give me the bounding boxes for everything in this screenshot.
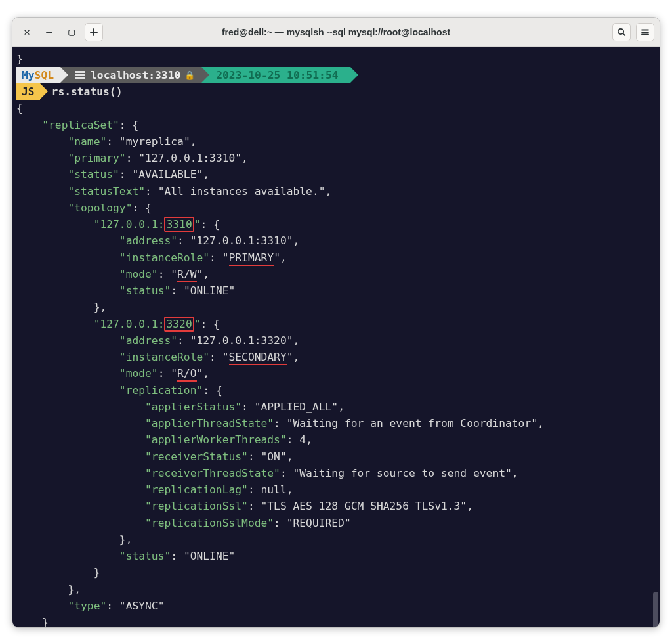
json-key: "status" bbox=[119, 284, 171, 297]
json-value: "REQUIRED" bbox=[287, 517, 351, 529]
output-line: "address": "127.0.0.1:3310", bbox=[16, 232, 656, 249]
prompt-lang: JS bbox=[22, 83, 35, 100]
output-line: "replication": { bbox=[16, 382, 656, 399]
json-value: 4 bbox=[299, 433, 306, 446]
json-key: "applierStatus" bbox=[145, 401, 242, 413]
json-value: "127.0.0.1:3310" bbox=[190, 234, 293, 247]
output-line: "mode": "R/O", bbox=[16, 365, 656, 382]
plus-icon bbox=[89, 28, 98, 37]
json-key: "statusText" bbox=[68, 185, 145, 198]
json-key-part: " bbox=[194, 218, 201, 231]
json-key: "primary" bbox=[68, 152, 125, 164]
prompt-host: localhost:3310 bbox=[91, 67, 180, 83]
json-key: "name" bbox=[68, 135, 106, 148]
json-key: "type" bbox=[68, 600, 106, 612]
highlight-role-secondary: SECONDARY bbox=[229, 351, 287, 365]
json-output: { "replicaSet": { "name": "myreplica", "… bbox=[16, 100, 656, 627]
highlight-port-3320: 3320 bbox=[164, 317, 194, 332]
output-line: } bbox=[16, 614, 656, 627]
lock-icon: 🔒 bbox=[180, 69, 195, 82]
output-line: "instanceRole": "SECONDARY", bbox=[16, 349, 656, 365]
output-line: "127.0.0.1:3320": { bbox=[16, 316, 656, 332]
scrollbar-thumb[interactable] bbox=[653, 592, 658, 627]
json-value: "127.0.0.1:3310" bbox=[138, 152, 242, 164]
json-key: "replicationLag" bbox=[145, 483, 248, 496]
terminal-window: ✕ – ▢ fred@dell:~ — mysqlsh --sql mysql:… bbox=[12, 17, 660, 628]
output-line: "status": "AVAILABLE", bbox=[16, 166, 656, 183]
prompt-sql: SQL bbox=[35, 67, 54, 83]
prompt-line-2: JS rs.status() bbox=[16, 83, 656, 100]
titlebar: ✕ – ▢ fred@dell:~ — mysqlsh --sql mysql:… bbox=[12, 18, 660, 47]
json-value: "Waiting for an event from Coordinator" bbox=[287, 417, 537, 430]
output-line: "replicationSslMode": "REQUIRED" bbox=[16, 515, 656, 531]
output-line: } bbox=[16, 564, 656, 581]
json-value: "Waiting for source to send event" bbox=[293, 467, 512, 479]
output-line: "status": "ONLINE" bbox=[16, 282, 656, 299]
window-title: fred@dell:~ — mysqlsh --sql mysql://root… bbox=[12, 27, 660, 37]
highlight-role-primary: PRIMARY bbox=[229, 252, 274, 266]
json-key: "mode" bbox=[119, 268, 158, 280]
minimize-button[interactable]: – bbox=[40, 23, 58, 41]
json-value: "127.0.0.1:3320" bbox=[190, 334, 293, 347]
json-value: "ASYNC" bbox=[119, 600, 165, 612]
json-key: "instanceRole" bbox=[119, 252, 209, 264]
new-tab-button[interactable] bbox=[85, 23, 103, 41]
output-line: "applierThreadState": "Waiting for an ev… bbox=[16, 415, 656, 431]
output-line: "instanceRole": "PRIMARY", bbox=[16, 250, 656, 266]
json-key: "status" bbox=[119, 550, 171, 562]
highlight-mode-ro: R/O bbox=[177, 367, 196, 382]
menu-button[interactable] bbox=[636, 23, 654, 41]
json-key: "replicationSslMode" bbox=[145, 517, 274, 529]
prompt-timestamp: 2023-10-25 10:51:54 bbox=[216, 67, 338, 83]
output-line: "127.0.0.1:3310": { bbox=[16, 216, 656, 232]
output-line: "type": "ASYNC" bbox=[16, 598, 656, 614]
json-key: "receiverStatus" bbox=[145, 451, 248, 463]
output-line: "name": "myreplica", bbox=[16, 133, 656, 150]
output-line: "applierWorkerThreads": 4, bbox=[16, 431, 656, 448]
terminal-body[interactable]: } MySQL localhost:3310🔒 2023-10-25 10:51… bbox=[12, 47, 660, 627]
json-value: null bbox=[261, 483, 287, 496]
json-key: "topology" bbox=[68, 202, 132, 214]
json-key-part: " bbox=[194, 318, 201, 330]
output-line: "replicationSsl": "TLS_AES_128_GCM_SHA25… bbox=[16, 498, 656, 514]
command-input[interactable]: rs.status() bbox=[40, 83, 123, 100]
json-key: "applierWorkerThreads" bbox=[145, 433, 287, 446]
prompt-seg-timestamp: 2023-10-25 10:51:54 bbox=[201, 67, 350, 83]
highlight-mode-rw: R/W bbox=[177, 268, 196, 282]
prompt-line-1: MySQL localhost:3310🔒 2023-10-25 10:51:5… bbox=[16, 67, 656, 83]
prompt-my: My bbox=[22, 67, 35, 83]
prompt-seg-host: localhost:3310🔒 bbox=[60, 67, 201, 83]
search-button[interactable] bbox=[612, 23, 631, 41]
json-key: "replication" bbox=[119, 384, 203, 397]
prompt-seg-mysql: MySQL bbox=[16, 67, 60, 83]
output-line: "applierStatus": "APPLIED_ALL", bbox=[16, 399, 656, 415]
maximize-button[interactable]: ▢ bbox=[62, 23, 81, 41]
output-line: }, bbox=[16, 531, 656, 548]
search-icon bbox=[617, 28, 626, 37]
json-key: "replicationSsl" bbox=[145, 500, 248, 512]
output-line: "statusText": "All instances available."… bbox=[16, 183, 656, 200]
json-key-part: "127.0.0.1: bbox=[94, 218, 165, 231]
output-line: "mode": "R/W", bbox=[16, 266, 656, 282]
close-button[interactable]: ✕ bbox=[18, 23, 36, 41]
json-value: "ONLINE" bbox=[184, 550, 235, 562]
json-value: "myreplica" bbox=[119, 135, 190, 148]
hamburger-icon bbox=[640, 28, 650, 37]
highlight-port-3310: 3310 bbox=[164, 217, 194, 232]
json-value: "TLS_AES_128_GCM_SHA256 TLSv1.3" bbox=[261, 500, 467, 512]
json-key: "address" bbox=[119, 234, 177, 247]
output-line: "status": "ONLINE" bbox=[16, 548, 656, 564]
json-key-part: "127.0.0.1: bbox=[94, 318, 165, 330]
json-value: "APPLIED_ALL" bbox=[255, 401, 338, 413]
json-key: "replicaSet" bbox=[42, 119, 119, 131]
output-line: "replicaSet": { bbox=[16, 117, 656, 133]
json-key: "status" bbox=[68, 168, 119, 181]
output-line: "primary": "127.0.0.1:3310", bbox=[16, 150, 656, 166]
json-value: "AVAILABLE" bbox=[132, 168, 203, 181]
json-key: "address" bbox=[119, 334, 177, 347]
output-line: { bbox=[16, 100, 656, 116]
output-line: "address": "127.0.0.1:3320", bbox=[16, 332, 656, 349]
output-line: } bbox=[16, 51, 656, 67]
output-line: "replicationLag": null, bbox=[16, 481, 656, 498]
output-line: }, bbox=[16, 581, 656, 598]
